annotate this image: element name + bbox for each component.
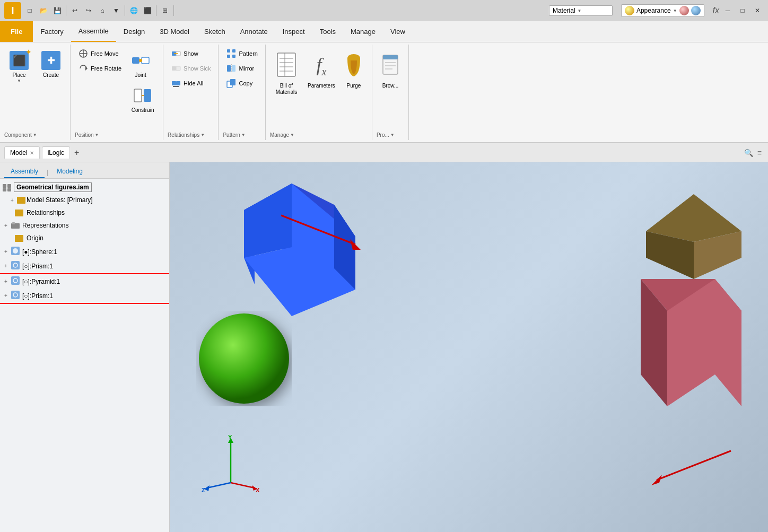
maximize-button[interactable]: □ [736, 4, 749, 17]
close-button[interactable]: ✕ [751, 4, 764, 17]
sidebar-tabs: Assembly | Modeling [0, 162, 169, 179]
free-rotate-button[interactable]: Free Rotate [75, 62, 125, 75]
svg-rect-33 [383, 55, 398, 59]
svg-text:Z: Z [202, 487, 205, 493]
svg-rect-49 [11, 291, 20, 299]
pattern-button[interactable]: Pattern [223, 47, 260, 60]
ribbon-pattern-content: Pattern Mirror [223, 47, 260, 130]
hide-all-button[interactable]: Hide All [168, 76, 214, 90]
tab-add-button[interactable]: + [72, 148, 81, 158]
pattern-label: Pattern [239, 50, 257, 57]
menu-sketch[interactable]: Sketch [197, 21, 233, 42]
tree-item-relationships[interactable]: Relationships [0, 206, 169, 219]
tab-model-close[interactable]: ✕ [30, 150, 34, 156]
menu-inspect[interactable]: Inspect [275, 21, 312, 42]
bom-button[interactable]: Bill ofMaterials [270, 47, 303, 98]
ribbon-group-position: Free Move Free Rotate [71, 45, 163, 140]
browser-label: Brow... [382, 83, 399, 89]
undo-button[interactable]: ↩ [68, 4, 81, 17]
free-move-icon [78, 48, 89, 59]
parameters-icon: fx [310, 49, 333, 83]
productivity-section-label[interactable]: Pro... ▼ [377, 132, 395, 138]
tree-item-representations[interactable]: + Representations [0, 219, 169, 232]
svg-rect-42 [12, 222, 15, 224]
viewport: Y X Z [170, 162, 768, 532]
ribbon-group-productivity: Brow... Pro... ▼ [372, 45, 409, 140]
tree-item-prism-2[interactable]: + [○]:Prism:1 [0, 289, 169, 304]
manage-section-label[interactable]: Manage ▼ [270, 132, 294, 138]
tab-menu-icon[interactable]: ≡ [755, 149, 764, 157]
origin-label: Origin [27, 234, 43, 242]
tree-item-origin[interactable]: Origin [0, 232, 169, 245]
mirror-button[interactable]: Mirror [223, 62, 260, 75]
component-section-label[interactable]: Component ▼ [4, 132, 37, 138]
parameters-label: Parameters [308, 83, 335, 89]
relationships-col: Show Show Sick [168, 47, 214, 90]
mirror-label: Mirror [239, 65, 254, 72]
open-button[interactable]: 📂 [37, 4, 50, 17]
svg-rect-13 [172, 81, 176, 85]
tree-item-prism-1[interactable]: + [○]:Prism:1 [0, 259, 169, 274]
show-button[interactable]: Show [168, 47, 214, 60]
copy-button[interactable]: Copy [223, 76, 260, 90]
parameters-button[interactable]: fx Parameters [305, 47, 338, 91]
fx-area: fx [713, 6, 719, 15]
tab-model[interactable]: Model ✕ [4, 146, 40, 159]
minimize-button[interactable]: ─ [721, 4, 734, 17]
tab-search-icon[interactable]: 🔍 [744, 149, 753, 157]
sidebar: Assembly | Modeling Geometrical figures.… [0, 162, 170, 532]
joint-button[interactable]: Joint [127, 47, 154, 81]
purge-button[interactable]: Purge [340, 47, 368, 91]
menu-view[interactable]: View [383, 21, 413, 42]
tree-item-root[interactable]: Geometrical figures.iam [0, 181, 169, 194]
show-sick-label: Show Sick [184, 65, 211, 72]
show-sick-button[interactable]: Show Sick [168, 62, 214, 75]
menu-3dmodel[interactable]: 3D Model [152, 21, 197, 42]
free-move-button[interactable]: Free Move [75, 47, 125, 60]
redo-button[interactable]: ↪ [82, 4, 95, 17]
tree-item-pyramid[interactable]: + [○]:Pyramid:1 [0, 274, 169, 289]
menu-file[interactable]: File [0, 21, 33, 42]
pattern-section-label[interactable]: Pattern ▼ [223, 132, 245, 138]
sidebar-tab-modeling[interactable]: Modeling [50, 165, 89, 178]
coordinate-axes: Y X Z [202, 435, 260, 495]
bom-icon [275, 49, 298, 83]
pattern-button[interactable]: ⊞ [159, 4, 171, 17]
pattern-col: Pattern Mirror [223, 47, 260, 90]
home-button[interactable]: ⌂ [96, 4, 109, 17]
menu-annotate[interactable]: Annotate [233, 21, 275, 42]
svg-rect-11 [172, 66, 176, 71]
menu-factory[interactable]: Factory [33, 21, 71, 42]
tree-item-sphere[interactable]: + [●]:Sphere:1 [0, 245, 169, 259]
show-sick-icon [171, 63, 181, 74]
menu-tools[interactable]: Tools [312, 21, 343, 42]
place-dropdown-arrow: ▼ [17, 79, 21, 83]
material-dropdown[interactable]: Material ▼ [549, 5, 613, 16]
browser-button[interactable]: Brow... [377, 47, 404, 91]
dropdown-1[interactable]: ▼ [110, 4, 123, 17]
place-button[interactable]: ⬛ ✦ Place ▼ [4, 47, 34, 85]
view-cube-button[interactable]: ⬛ [141, 4, 154, 17]
new-button[interactable]: □ [23, 4, 36, 17]
svg-rect-3 [142, 57, 149, 64]
material-dropdown-arrow: ▼ [578, 8, 582, 13]
3d-button[interactable]: 🌐 [127, 4, 140, 17]
relationships-section-label[interactable]: Relationships ▼ [168, 132, 205, 138]
tab-ilogic[interactable]: iLogic [42, 146, 70, 159]
menu-manage[interactable]: Manage [343, 21, 383, 42]
title-tools: □ 📂 💾 ↩ ↪ ⌂ ▼ 🌐 ⬛ ⊞ [23, 4, 547, 17]
sidebar-tab-assembly[interactable]: Assembly [4, 165, 45, 178]
position-joint-col: Joint Constrain [127, 47, 159, 116]
separator-3 [156, 5, 156, 16]
menu-design[interactable]: Design [116, 21, 152, 42]
relationships-label: Relationships [27, 209, 65, 216]
appearance-dropdown[interactable]: Appearance ▼ [621, 4, 704, 17]
menu-assemble[interactable]: Assemble [71, 21, 116, 42]
constrain-button[interactable]: Constrain [127, 82, 159, 116]
inventor-logo: I [4, 2, 21, 19]
position-section-label[interactable]: Position ▼ [75, 132, 99, 138]
create-button[interactable]: ✚ Create [36, 47, 66, 81]
save-button[interactable]: 💾 [51, 4, 64, 17]
tree-item-model-states[interactable]: + Model States: [Primary] [0, 194, 169, 206]
red-arrow-1 [276, 210, 371, 254]
